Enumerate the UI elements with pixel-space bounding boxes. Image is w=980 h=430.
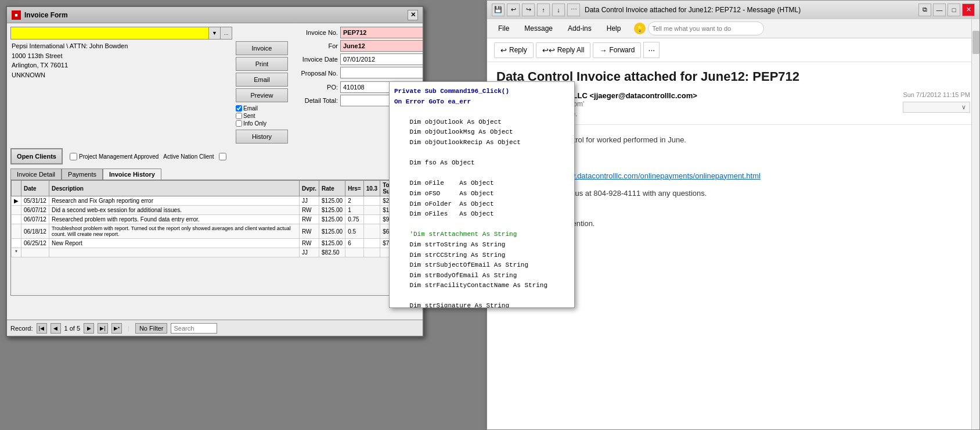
scrollbar[interactable] [971,19,979,429]
code-line: Dim objOutlookMsg As Object [394,127,570,138]
next-record-button[interactable]: ▶ [84,323,94,334]
search-input[interactable] [171,323,217,334]
expand-button[interactable]: ∨ [903,102,970,113]
email-titlebar: 💾 ↩ ↪ ↑ ↓ ⋯ Data Control Invoice attache… [487,1,979,19]
close-icon[interactable]: ✕ [408,10,418,20]
popout-icon[interactable]: ⧉ [918,3,931,16]
window-controls: ⧉ — □ ✕ [918,3,975,16]
browse-button[interactable]: ... [221,27,232,40]
reply-all-button[interactable]: ↩↩ Reply All [536,42,591,58]
new-record-button[interactable]: ▶* [111,323,122,334]
code-line: Dim oFile As Object [394,178,570,189]
invoice-table: Date Description Dvpr. Rate Hrs= 10.3 To… [11,180,419,257]
cell-date: 05/31/12 [21,196,49,206]
reply-all-icon: ↩↩ [542,46,555,55]
no-filter-button[interactable]: No Filter [135,323,168,334]
sent-checkbox[interactable] [236,113,242,119]
for-input[interactable] [340,40,423,52]
invoice-form-window: ■ Invoice Form ✕ ▼ ... Pepsi Internation… [6,6,424,337]
prev-record-button[interactable]: ◀ [51,323,61,334]
ribbon-tab-message[interactable]: Message [518,21,559,35]
po-label: PO: [291,84,338,91]
maximize-icon[interactable]: □ [947,3,960,16]
forward-icon: → [599,46,607,55]
col-description: Description [49,181,299,196]
history-button[interactable]: History [236,130,288,144]
tab-payments[interactable]: Payments [62,169,103,180]
ribbon-tab-addins[interactable]: Add-ins [561,21,598,35]
cell-date: 06/07/12 [21,206,49,215]
code-line [394,169,570,179]
code-line: Dim strBodyOfEmail As String [394,271,570,281]
preview-button[interactable]: Preview [236,88,288,102]
cell-rate: $125.00 [319,224,345,239]
invoice-date-input[interactable] [340,53,423,65]
more-actions-button[interactable]: ··· [643,42,660,58]
cell-rate: $125.00 [319,196,345,206]
cell-hrs: 2 [345,196,364,206]
code-line [394,148,570,159]
row-arrow [12,239,21,248]
print-button[interactable]: Print [236,57,288,71]
dropdown-arrow-icon[interactable]: ▼ [209,27,221,40]
pm-approved-checkbox-item[interactable]: Project Management Approved [70,153,158,160]
code-line: Private Sub Command196_Click() [394,87,570,97]
save-icon[interactable]: 💾 [492,3,505,16]
col-103: 10.3 [363,181,380,196]
ribbon-tab-help[interactable]: Help [600,21,628,35]
reply-icon: ↩ [500,46,507,55]
redo-icon[interactable]: ↪ [522,3,535,16]
pm-approved-label: Project Management Approved [79,153,158,160]
open-clients-button[interactable]: Open Clients [10,148,63,164]
tell-me-input[interactable] [648,21,764,35]
code-line: Dim oFolder As Object [394,199,570,210]
cell-description: Researched problem with reports. Found d… [49,215,299,224]
tab-invoice-detail[interactable]: Invoice Detail [10,169,62,180]
table-row: * JJ $82.50 [12,248,419,257]
up-icon[interactable]: ↑ [537,3,550,16]
more-icon[interactable]: ⋯ [567,3,580,16]
invoice-form-titlebar: ■ Invoice Form ✕ [7,7,423,23]
row-arrow: * [12,248,21,257]
email-window-title: Data Control Invoice attached for June12… [585,6,914,14]
sent-checkbox-item[interactable]: Sent [236,113,288,119]
email-checkbox-item[interactable]: Email [236,105,288,112]
email-button[interactable]: Email [236,73,288,87]
last-record-button[interactable]: ▶| [98,323,108,334]
scrollbar-thumb [972,31,979,54]
titlebar-icons: 💾 ↩ ↪ ↑ ↓ ⋯ [492,3,580,16]
ribbon-tab-file[interactable]: File [492,21,516,35]
reply-button[interactable]: ↩ Reply [494,42,534,58]
email-meta: Sun 7/1/2012 11:15 PM ∨ [903,91,970,113]
invoice-no-row: Invoice No. [291,27,419,38]
col-date: Date [21,181,49,196]
cell-description [49,248,299,257]
first-record-button[interactable]: |◀ [37,323,47,334]
proposal-no-input[interactable] [340,67,423,78]
cell-103 [363,248,380,257]
forward-label: Forward [609,46,635,54]
form-body: ▼ ... Pepsi International \ ATTN: John B… [7,23,423,336]
invoice-no-input[interactable] [340,27,423,38]
cell-rate: $82.50 [319,248,345,257]
sender-info: Data Control LLC <jjaeger@datacontrolllc… [525,91,897,117]
info-only-checkbox[interactable] [236,120,242,127]
code-line: On Error GoTo ea_err [394,97,570,107]
info-only-checkbox-item[interactable]: Info Only [236,120,288,127]
active-nation-checkbox[interactable] [219,153,226,160]
cell-103 [363,239,380,248]
address-line2: 1000 113th Street [12,51,232,61]
invoice-button[interactable]: Invoice [236,41,288,55]
cell-rate: $125.00 [319,239,345,248]
table-body: ▶ 05/31/12 Research and Fix Graph report… [12,196,419,257]
client-input[interactable] [10,27,209,40]
email-checkbox[interactable] [236,105,242,112]
forward-button[interactable]: → Forward [593,42,641,58]
down-icon[interactable]: ↓ [552,3,565,16]
pm-approved-checkbox[interactable] [70,153,77,160]
col-hrs: Hrs= [345,181,364,196]
minimize-icon[interactable]: — [933,3,946,16]
close-icon[interactable]: ✕ [962,3,975,16]
tab-invoice-history[interactable]: Invoice History [103,169,161,180]
undo-icon[interactable]: ↩ [507,3,520,16]
